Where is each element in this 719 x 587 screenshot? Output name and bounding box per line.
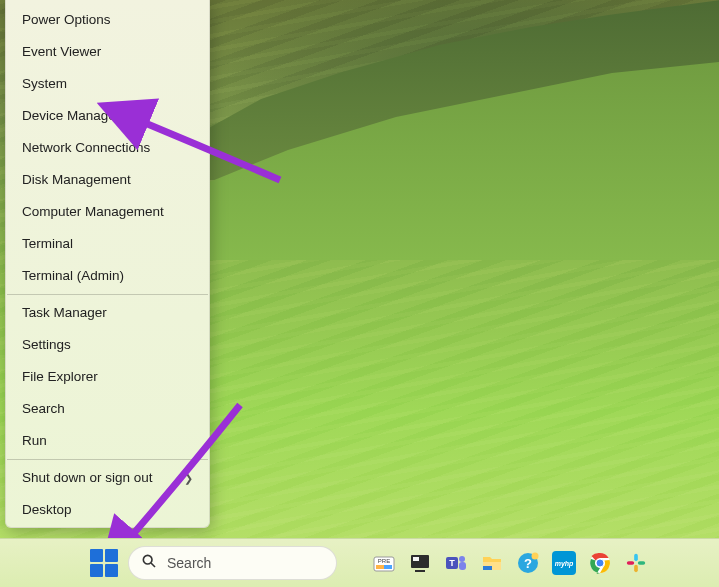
svg-text:PRE: PRE <box>378 558 390 564</box>
start-button[interactable] <box>90 549 118 577</box>
menu-item-terminal[interactable]: Terminal <box>6 228 209 260</box>
menu-item-label: System <box>22 75 67 93</box>
search-icon <box>141 553 157 573</box>
menu-item-file-explorer[interactable]: File Explorer <box>6 361 209 393</box>
menu-item-label: Terminal (Admin) <box>22 267 124 285</box>
menu-item-settings[interactable]: Settings <box>6 329 209 361</box>
menu-item-label: Shut down or sign out <box>22 469 153 487</box>
svg-point-11 <box>459 556 465 562</box>
taskbar-icon-file-explorer[interactable] <box>479 550 505 576</box>
svg-line-1 <box>151 563 155 567</box>
menu-item-label: Power Options <box>22 11 111 29</box>
svg-rect-26 <box>627 561 634 565</box>
menu-item-shut-down-or-sign-out[interactable]: Shut down or sign out ❯ <box>6 462 209 494</box>
svg-rect-24 <box>638 561 645 565</box>
menu-item-disk-management[interactable]: Disk Management <box>6 164 209 196</box>
svg-text:myhp: myhp <box>555 560 574 568</box>
menu-item-label: Search <box>22 400 65 418</box>
menu-item-event-viewer[interactable]: Event Viewer <box>6 36 209 68</box>
menu-item-power-options[interactable]: Power Options <box>6 4 209 36</box>
menu-item-label: File Explorer <box>22 368 98 386</box>
menu-item-search[interactable]: Search <box>6 393 209 425</box>
menu-item-label: Network Connections <box>22 139 150 157</box>
menu-item-system[interactable]: System <box>6 68 209 100</box>
svg-rect-3 <box>376 565 384 569</box>
menu-item-network-connections[interactable]: Network Connections <box>6 132 209 164</box>
svg-text:T: T <box>449 558 455 568</box>
svg-point-0 <box>143 555 152 564</box>
taskbar-icon-task-view[interactable] <box>407 550 433 576</box>
menu-item-label: Run <box>22 432 47 450</box>
menu-separator <box>7 459 208 460</box>
menu-item-label: Task Manager <box>22 304 107 322</box>
svg-rect-12 <box>459 562 466 570</box>
taskbar-icon-chrome[interactable] <box>587 550 613 576</box>
menu-item-label: Disk Management <box>22 171 131 189</box>
desktop-wallpaper: Power Options Event Viewer System Device… <box>0 0 719 587</box>
svg-rect-7 <box>413 557 419 561</box>
search-input[interactable] <box>167 555 324 571</box>
taskbar: PRE T ? myhp <box>0 538 719 587</box>
svg-text:?: ? <box>524 556 532 571</box>
menu-item-terminal-admin[interactable]: Terminal (Admin) <box>6 260 209 292</box>
svg-rect-25 <box>634 565 638 572</box>
menu-item-computer-management[interactable]: Computer Management <box>6 196 209 228</box>
menu-item-label: Settings <box>22 336 71 354</box>
chevron-right-icon: ❯ <box>184 469 193 487</box>
menu-item-desktop[interactable]: Desktop <box>6 494 209 526</box>
taskbar-icon-dev-preview[interactable]: PRE <box>371 550 397 576</box>
taskbar-icon-tips[interactable]: ? <box>515 550 541 576</box>
svg-rect-4 <box>384 565 392 569</box>
menu-separator <box>7 294 208 295</box>
taskbar-search[interactable] <box>128 546 337 580</box>
menu-item-label: Desktop <box>22 501 72 519</box>
svg-rect-14 <box>483 566 492 570</box>
menu-item-label: Event Viewer <box>22 43 101 61</box>
menu-item-run[interactable]: Run <box>6 425 209 457</box>
menu-item-label: Terminal <box>22 235 73 253</box>
menu-item-label: Computer Management <box>22 203 164 221</box>
taskbar-icon-teams[interactable]: T <box>443 550 469 576</box>
menu-item-label: Device Manager <box>22 107 120 125</box>
menu-item-task-manager[interactable]: Task Manager <box>6 297 209 329</box>
menu-item-device-manager[interactable]: Device Manager <box>6 100 209 132</box>
winx-context-menu: Power Options Event Viewer System Device… <box>5 0 210 528</box>
svg-rect-6 <box>411 555 429 568</box>
taskbar-icon-slack[interactable] <box>623 550 649 576</box>
taskbar-icon-myhp[interactable]: myhp <box>551 550 577 576</box>
svg-rect-8 <box>415 570 425 572</box>
svg-point-17 <box>532 553 539 560</box>
svg-rect-23 <box>634 554 638 561</box>
